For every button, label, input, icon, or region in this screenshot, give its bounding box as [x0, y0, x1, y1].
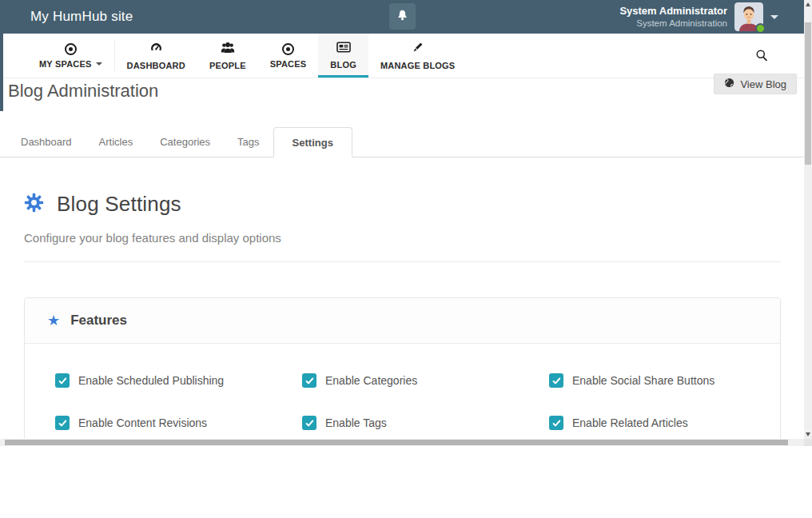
- users-icon: [221, 42, 235, 57]
- scroll-up-arrow-icon[interactable]: [806, 2, 810, 6]
- checkbox-enable-social-share-buttons[interactable]: Enable Social Share Buttons: [549, 373, 780, 388]
- features-panel-title: Features: [70, 313, 127, 329]
- tab-categories[interactable]: Categories: [146, 127, 224, 157]
- star-icon: ★: [47, 313, 60, 328]
- nav-item-blog[interactable]: BLOG: [318, 34, 368, 78]
- content-frame: My HumHub site System Administrator Syst…: [0, 0, 804, 439]
- view-blog-button[interactable]: View Blog: [714, 74, 797, 94]
- screen: My HumHub site System Administrator Syst…: [0, 0, 812, 518]
- tab-bar: Dashboard Articles Categories Tags Setti…: [0, 127, 804, 157]
- checkbox-enable-content-revisions[interactable]: Enable Content Revisions: [55, 416, 302, 430]
- checkbox-enable-tags[interactable]: Enable Tags: [302, 416, 549, 430]
- scrollbar-corner: [804, 439, 812, 446]
- tachometer-icon: [149, 42, 163, 57]
- avatar[interactable]: [734, 2, 763, 31]
- checkbox-checked-icon[interactable]: [302, 373, 316, 388]
- checkbox-enable-categories[interactable]: Enable Categories: [302, 373, 549, 388]
- vertical-scrollbar-thumb[interactable]: [805, 22, 811, 165]
- vertical-scrollbar[interactable]: [804, 0, 812, 439]
- search-button[interactable]: [755, 49, 768, 65]
- tab-settings[interactable]: Settings: [273, 127, 352, 157]
- features-panel-body: Enable Scheduled Publishing Enable Categ…: [25, 344, 780, 430]
- dot-circle-icon: [282, 43, 294, 55]
- caret-down-icon: [770, 15, 778, 19]
- settings-title: Blog Settings: [57, 192, 181, 217]
- nav-item-manage-blogs[interactable]: MANAGE BLOGS: [368, 34, 467, 78]
- checkbox-checked-icon[interactable]: [302, 416, 316, 430]
- divider: [24, 261, 781, 262]
- left-edge-strip: [0, 34, 3, 111]
- checkbox-enable-scheduled-publishing[interactable]: Enable Scheduled Publishing: [55, 373, 302, 388]
- user-text: System Administrator System Administrati…: [619, 5, 727, 30]
- user-role: System Administration: [619, 18, 727, 29]
- settings-subtitle: Configure your blog features and display…: [24, 231, 281, 245]
- settings-heading: Blog Settings: [24, 192, 181, 217]
- checkbox-checked-icon[interactable]: [55, 416, 70, 430]
- search-icon: [755, 50, 768, 64]
- nav-item-people[interactable]: PEOPLE: [197, 34, 258, 78]
- pencil-icon: [412, 42, 424, 57]
- scroll-down-arrow-icon[interactable]: [806, 432, 810, 436]
- user-name: System Administrator: [619, 5, 727, 18]
- tab-dashboard[interactable]: Dashboard: [7, 127, 86, 157]
- online-status-dot: [755, 23, 766, 34]
- caret-down-icon: [96, 62, 102, 66]
- nav-item-spaces[interactable]: SPACES: [258, 34, 319, 78]
- main-nav: MY SPACES DASHBOARD: [0, 34, 804, 78]
- page-title: Blog Administration: [8, 81, 158, 102]
- tab-articles[interactable]: Articles: [86, 127, 147, 157]
- checkbox-enable-related-articles[interactable]: Enable Related Articles: [549, 416, 780, 430]
- horizontal-scrollbar[interactable]: [0, 439, 804, 446]
- nav-item-dashboard[interactable]: DASHBOARD: [115, 34, 197, 78]
- notifications-button[interactable]: [389, 3, 416, 30]
- gear-icon: [24, 193, 44, 216]
- topbar: My HumHub site System Administrator Syst…: [0, 0, 804, 34]
- site-title[interactable]: My HumHub site: [30, 0, 133, 34]
- globe-icon: [724, 78, 734, 90]
- nav-item-my-spaces[interactable]: MY SPACES: [27, 34, 114, 78]
- tab-tags[interactable]: Tags: [224, 127, 273, 157]
- checkbox-checked-icon[interactable]: [55, 373, 70, 388]
- horizontal-scrollbar-thumb[interactable]: [5, 440, 788, 445]
- user-menu[interactable]: System Administrator System Administrati…: [619, 0, 778, 34]
- features-panel-header: ★ Features: [25, 298, 780, 344]
- checkbox-checked-icon[interactable]: [549, 416, 563, 430]
- newspaper-icon: [336, 42, 351, 56]
- checkbox-checked-icon[interactable]: [549, 373, 563, 388]
- dot-circle-icon: [65, 43, 77, 55]
- bell-icon: [396, 9, 408, 25]
- features-panel: ★ Features Enable Scheduled Publishing E…: [24, 297, 781, 439]
